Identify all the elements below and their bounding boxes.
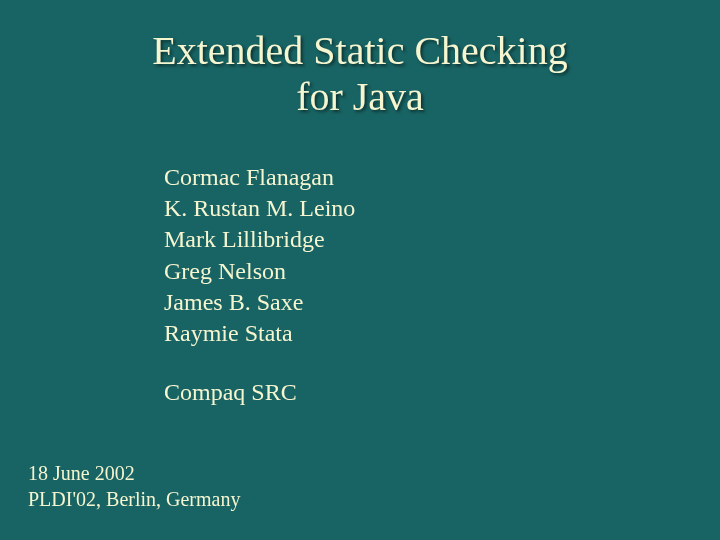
author-name: K. Rustan M. Leino <box>164 193 720 224</box>
slide-footer: 18 June 2002 PLDI'02, Berlin, Germany <box>28 460 240 512</box>
title-line-1: Extended Static Checking <box>152 28 567 73</box>
affiliation-text: Compaq SRC <box>164 379 297 405</box>
slide-title: Extended Static Checking for Java <box>0 0 720 120</box>
footer-venue: PLDI'02, Berlin, Germany <box>28 488 240 510</box>
authors-list: Cormac Flanagan K. Rustan M. Leino Mark … <box>164 162 720 349</box>
author-name: Greg Nelson <box>164 256 720 287</box>
title-line-2: for Java <box>296 74 424 119</box>
author-name: Cormac Flanagan <box>164 162 720 193</box>
author-name: Mark Lillibridge <box>164 224 720 255</box>
author-name: James B. Saxe <box>164 287 720 318</box>
author-name: Raymie Stata <box>164 318 720 349</box>
affiliation: Compaq SRC <box>164 379 720 406</box>
footer-date: 18 June 2002 <box>28 462 135 484</box>
